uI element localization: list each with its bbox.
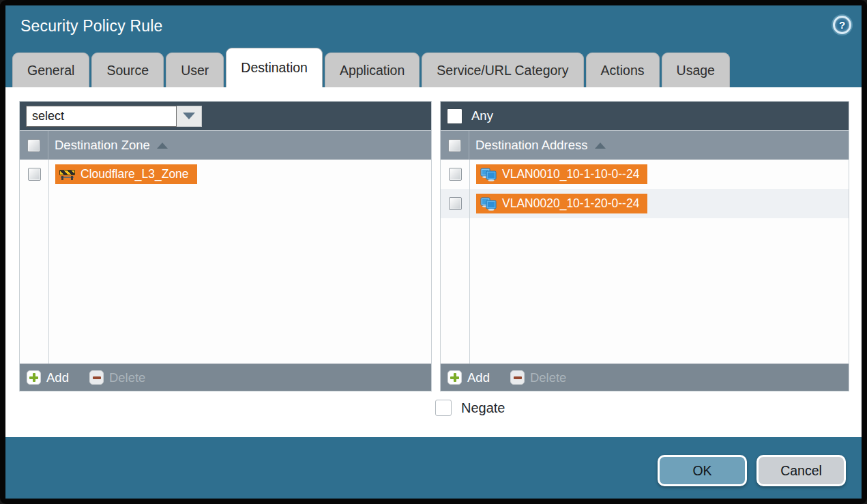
destination-address-panel: Any Destination Address [440,101,849,391]
tab-actions[interactable]: Actions [586,53,660,87]
zone-select-combo [26,106,202,127]
minus-icon [89,370,104,385]
destination-zone-panel: Destination Zone Cloudflare_L3_Zon [19,101,432,391]
plus-icon [447,370,462,385]
negate-label: Negate [461,400,505,416]
address-add-button[interactable]: Add [447,370,490,385]
address-delete-button[interactable]: Delete [510,370,566,385]
security-policy-rule-dialog: Security Policy Rule ? General Source Us… [5,5,862,499]
tab-general[interactable]: General [12,53,89,87]
zone-delete-label: Delete [109,370,145,385]
address-column-header[interactable]: Destination Address [441,130,849,160]
address-list: VLAN0010_10-1-10-0--24 [441,160,849,364]
address-select-all-checkbox[interactable] [448,139,461,152]
destination-tab-content: Destination Zone Cloudflare_L3_Zon [5,87,862,437]
row-checkbox-cell [441,197,469,210]
zone-select-all-checkbox[interactable] [27,139,40,152]
minus-icon [510,370,525,385]
chevron-down-icon [183,113,195,119]
tab-user[interactable]: User [166,53,224,87]
address-entry[interactable]: VLAN0010_10-1-10-0--24 [476,164,647,184]
table-row[interactable]: VLAN0010_10-1-10-0--24 [441,160,849,189]
zone-list: Cloudflare_L3_Zone [20,160,431,364]
address-entry[interactable]: VLAN0020_10-1-20-0--24 [476,194,647,213]
row-checkbox-cell [441,168,469,181]
tab-strip: General Source User Destination Applicat… [12,46,732,87]
address-row-checkbox[interactable] [449,168,462,181]
zone-add-button[interactable]: Add [27,370,69,385]
negate-checkbox[interactable] [435,400,452,416]
address-entry-label: VLAN0010_10-1-10-0--24 [502,167,639,181]
screen: Security Policy Rule ? General Source Us… [0,0,867,504]
zone-icon [59,168,75,180]
table-row[interactable]: VLAN0020_10-1-20-0--24 [441,189,849,218]
ok-button[interactable]: OK [658,455,747,486]
address-row-checkbox[interactable] [449,197,462,210]
zone-entry-label: Cloudflare_L3_Zone [80,167,189,181]
negate-row: Negate [435,400,505,416]
zone-entry[interactable]: Cloudflare_L3_Zone [55,164,197,184]
sort-ascending-icon [595,143,606,149]
address-panel-footer: Add Delete [441,364,849,391]
plus-icon [27,370,41,385]
tab-source[interactable]: Source [91,53,164,87]
zone-select-input[interactable] [26,106,177,127]
address-icon [480,197,497,211]
zone-row-checkbox[interactable] [28,168,41,181]
address-toolbar: Any [441,102,849,130]
address-entry-label: VLAN0020_10-1-20-0--24 [502,196,639,211]
address-column-label: Destination Address [475,138,588,153]
address-add-label: Add [467,370,490,385]
sort-ascending-icon [157,143,168,149]
column-divider [469,160,470,364]
tab-service-url-category[interactable]: Service/URL Category [422,53,583,87]
any-checkbox[interactable] [447,108,462,124]
column-divider [48,160,49,364]
any-wrap: Any [447,108,493,124]
zone-delete-button[interactable]: Delete [89,370,145,385]
zone-header-checkbox-cell [20,131,48,160]
address-delete-label: Delete [530,370,566,385]
row-checkbox-cell [20,168,48,181]
zone-toolbar [20,102,431,130]
dialog-footer: OK Cancel [5,437,862,499]
help-icon[interactable]: ? [833,16,851,34]
address-header-checkbox-cell [441,131,469,160]
zone-column-header[interactable]: Destination Zone [20,130,431,160]
tab-destination[interactable]: Destination [226,48,323,87]
zone-add-label: Add [46,370,69,385]
zone-column-label: Destination Zone [55,138,150,153]
zone-panel-footer: Add Delete [20,364,431,391]
any-label: Any [471,108,493,123]
cancel-button[interactable]: Cancel [756,455,846,486]
address-icon [480,168,497,181]
tab-application[interactable]: Application [325,53,420,87]
table-row[interactable]: Cloudflare_L3_Zone [20,160,431,189]
title-bar: Security Policy Rule ? [5,5,862,46]
tab-usage[interactable]: Usage [662,53,730,87]
zone-select-dropdown-button[interactable] [177,106,202,127]
dialog-title: Security Policy Rule [20,17,163,35]
